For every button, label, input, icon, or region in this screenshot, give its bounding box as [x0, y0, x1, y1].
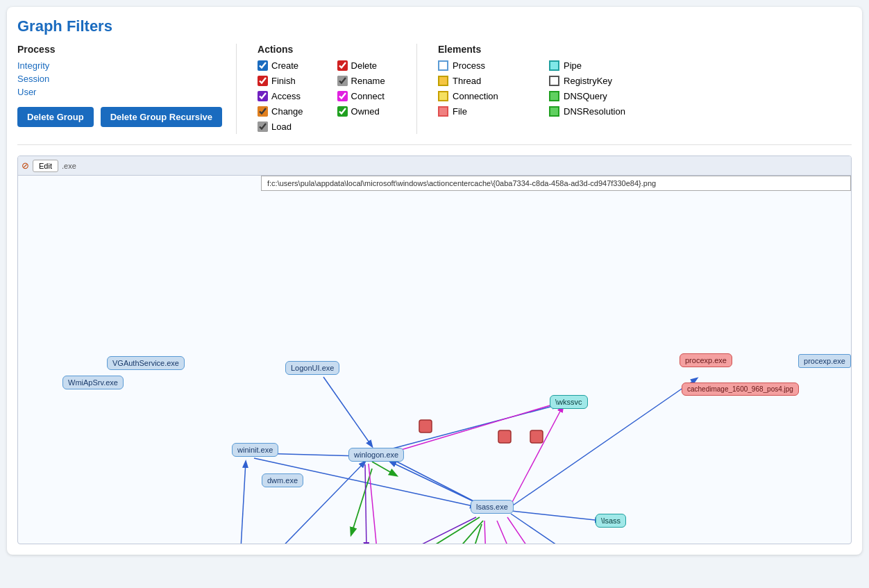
element-registrykey: RegistryKey [549, 76, 646, 86]
node-logonui[interactable]: LogonUI.exe [285, 361, 339, 375]
svg-line-25 [365, 464, 366, 544]
graph-svg [18, 156, 851, 544]
cb-thread-icon [438, 76, 448, 86]
svg-line-20 [497, 521, 547, 544]
label-finish: Finish [271, 76, 296, 86]
action-change: Change [258, 106, 323, 117]
action-delete: Delete [337, 60, 403, 71]
svg-rect-28 [498, 430, 511, 443]
svg-line-5 [239, 462, 246, 544]
label-file: File [453, 106, 467, 117]
svg-line-13 [351, 469, 372, 535]
buttons-row: Delete Group Delete Group Recursive [17, 107, 222, 127]
label-owned: Owned [351, 106, 380, 117]
label-thread: Thread [453, 76, 481, 86]
checkbox-delete[interactable] [337, 60, 348, 71]
delete-group-button[interactable]: Delete Group [17, 107, 94, 127]
checkbox-create[interactable] [258, 60, 268, 71]
checkbox-owned[interactable] [337, 106, 348, 117]
link-user[interactable]: User [17, 87, 222, 97]
svg-rect-27 [419, 420, 432, 432]
node-dwm[interactable]: dwm.exe [262, 473, 303, 487]
tooltip-text: f:c:\users\pula\appdata\local\microsoft\… [267, 179, 656, 187]
label-dnsresolution: DNSResolution [564, 106, 625, 117]
node-wininit[interactable]: wininit.exe [232, 443, 278, 457]
node-procexp[interactable]: procexp.exe [680, 353, 732, 367]
svg-line-7 [244, 462, 365, 544]
cb-dnsresolution-icon [549, 106, 559, 117]
checkbox-rename[interactable] [337, 76, 348, 86]
element-process: Process [438, 60, 535, 71]
action-rename: Rename [337, 76, 403, 86]
node-right-1[interactable]: procexp.exe [798, 354, 851, 368]
node-vgauth[interactable]: VGAuthService.exe [107, 356, 185, 370]
label-change: Change [271, 106, 303, 117]
tooltip-bar: f:c:\users\pula\appdata\local\microsoft\… [261, 176, 851, 191]
svg-line-14 [407, 517, 480, 544]
element-dnsquery: DNSQuery [549, 91, 646, 101]
svg-line-1 [390, 462, 478, 503]
svg-line-22 [507, 517, 563, 544]
node-lsass[interactable]: lsass.exe [471, 500, 514, 514]
svg-line-26 [372, 517, 476, 544]
svg-line-15 [434, 521, 483, 544]
svg-line-11 [390, 405, 558, 449]
main-container: Graph Filters Process Integrity Session … [7, 7, 862, 555]
node-winlogon[interactable]: winlogon.exe [348, 448, 404, 462]
label-load: Load [271, 121, 292, 132]
action-connect: Connect [337, 91, 403, 101]
process-section: Process Integrity Session User Delete Gr… [17, 44, 237, 134]
svg-line-4 [323, 377, 372, 446]
label-access: Access [271, 91, 301, 101]
checkbox-connect[interactable] [337, 91, 348, 101]
svg-rect-29 [530, 430, 543, 443]
label-connection: Connection [453, 91, 498, 101]
delete-group-recursive-button[interactable]: Delete Group Recursive [101, 107, 222, 127]
edit-button[interactable]: Edit [33, 160, 58, 172]
link-integrity[interactable]: Integrity [17, 60, 222, 71]
cb-connection-icon [438, 91, 448, 101]
svg-line-9 [511, 514, 602, 544]
action-finish: Finish [258, 76, 323, 86]
cb-dnsquery-icon [549, 91, 559, 101]
label-regkey: RegistryKey [564, 76, 612, 86]
svg-line-18 [369, 464, 379, 544]
checkbox-load[interactable] [258, 121, 268, 132]
label-process: Process [453, 60, 485, 71]
process-title: Process [17, 44, 222, 55]
node-lsass-link[interactable]: \lsass [596, 514, 626, 528]
checkbox-access[interactable] [258, 91, 268, 101]
cb-regkey-icon [549, 76, 559, 86]
svg-line-19 [484, 521, 489, 544]
node-wmiap[interactable]: WmiApSrv.exe [62, 376, 124, 389]
node-label-display: .exe [62, 162, 76, 170]
cb-process-icon [438, 60, 448, 71]
checkbox-finish[interactable] [258, 76, 268, 86]
node-wkssvc[interactable]: \wkssvc [550, 395, 588, 409]
svg-line-16 [428, 524, 482, 544]
checkbox-change[interactable] [258, 106, 268, 117]
elements-grid: Process Pipe Thread RegistryKey Connecti… [438, 60, 646, 119]
graph-container[interactable]: ⊘ Edit .exe f:c:\users\pula\appdata\loca… [17, 156, 852, 544]
svg-line-8 [505, 510, 601, 521]
label-create: Create [271, 60, 298, 71]
label-pipe: Pipe [564, 60, 582, 71]
graph-toolbar: ⊘ Edit .exe [18, 156, 851, 176]
node-cachedimage[interactable]: cachedimage_1600_968_pos4.jpg [682, 383, 799, 396]
element-file: File [438, 106, 535, 117]
label-rename: Rename [351, 76, 385, 86]
element-pipe: Pipe [549, 60, 646, 71]
edit-icon[interactable]: ⊘ [22, 160, 29, 171]
label-dnsquery: DNSQuery [564, 91, 607, 101]
elements-title: Elements [438, 44, 646, 55]
action-access: Access [258, 91, 323, 101]
cb-pipe-icon [549, 60, 559, 71]
link-session[interactable]: Session [17, 74, 222, 84]
element-connection: Connection [438, 91, 535, 101]
process-links: Integrity Session User [17, 60, 222, 100]
svg-line-10 [511, 378, 697, 507]
svg-line-12 [372, 462, 396, 476]
svg-line-21 [511, 406, 563, 505]
label-connect: Connect [351, 91, 385, 101]
action-load: Load [258, 121, 323, 132]
